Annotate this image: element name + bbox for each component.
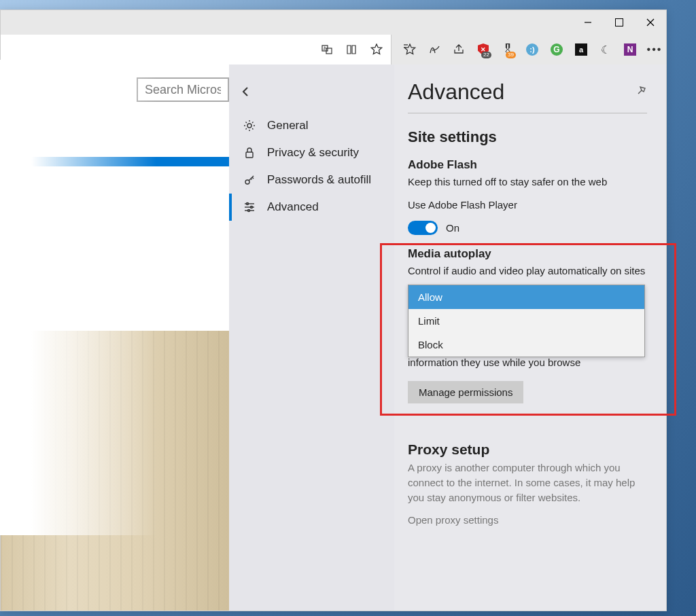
settings-sidebar: General Privacy & security Passwords & a… [229, 65, 394, 611]
settings-panel: General Privacy & security Passwords & a… [229, 65, 666, 611]
autoplay-title: Media autoplay [408, 247, 647, 261]
svg-text:あ: あ [323, 46, 327, 51]
svg-rect-9 [246, 152, 253, 158]
flash-toggle[interactable] [408, 221, 438, 235]
open-proxy-button[interactable]: Open proxy settings [408, 513, 647, 528]
autoplay-option-allow[interactable]: Allow [408, 285, 644, 309]
proxy-title: Proxy setup [408, 441, 647, 458]
sliders-icon [243, 200, 256, 214]
sidebar-item-label: Passwords & autofill [267, 173, 371, 187]
flash-desc: Keep this turned off to stay safer on th… [408, 175, 647, 189]
autoplay-select-open: Allow Limit Block [408, 285, 645, 357]
sidebar-item-advanced[interactable]: Advanced [229, 194, 394, 221]
sidebar-item-general[interactable]: General [229, 112, 394, 139]
more-icon[interactable]: ••• [648, 43, 661, 56]
section-site-settings: Site settings [408, 128, 647, 146]
autoplay-desc: Control if audio and video play automati… [408, 264, 647, 278]
page-content-background [1, 74, 229, 611]
browser-toolbar: あ ✕22 🎖39 :) G a ☾ N ••• [1, 35, 666, 65]
sidebar-item-label: General [267, 119, 308, 132]
sidebar-item-privacy[interactable]: Privacy & security [229, 139, 394, 166]
autoplay-option-limit[interactable]: Limit [408, 309, 644, 333]
sidebar-item-label: Privacy & security [267, 146, 359, 160]
sidebar-item-label: Advanced [267, 200, 319, 214]
svg-point-8 [247, 124, 251, 128]
website-perm-fragment: information they use while you browse [408, 355, 647, 370]
favorite-star-icon[interactable] [370, 43, 383, 56]
proxy-desc: A proxy is another computer through whic… [408, 460, 647, 505]
browser-window: あ ✕22 🎖39 :) G a ☾ N ••• [0, 10, 667, 611]
reading-view-icon[interactable] [346, 43, 358, 56]
manage-permissions-button[interactable]: Manage permissions [408, 381, 523, 403]
maximize-button[interactable] [604, 10, 635, 35]
flash-title: Adobe Flash [408, 158, 647, 172]
rewards-icon[interactable]: 🎖39 [502, 43, 514, 56]
minimize-button[interactable] [572, 10, 604, 35]
divider [408, 113, 647, 113]
maximize-icon [615, 18, 623, 26]
notes-icon[interactable] [428, 43, 440, 56]
key-icon [243, 173, 256, 187]
autoplay-option-block[interactable]: Block [408, 333, 644, 357]
page-wood-bg [1, 331, 229, 611]
settings-content: Advanced Site settings Adobe Flash Keep … [394, 65, 666, 611]
favorites-list-icon[interactable] [404, 43, 416, 56]
gear-icon [243, 119, 256, 132]
ghostery-icon[interactable]: :) [526, 43, 538, 56]
flash-toggle-label: Use Adobe Flash Player [408, 198, 647, 213]
address-bar[interactable]: あ [1, 35, 392, 65]
search-input[interactable] [137, 77, 229, 102]
grammarly-icon[interactable]: G [551, 43, 563, 56]
adblock-icon[interactable]: ✕22 [477, 43, 489, 56]
page-band [1, 157, 229, 166]
pin-button[interactable] [636, 85, 647, 98]
translate-icon[interactable]: あ [321, 43, 334, 56]
close-button[interactable] [635, 10, 666, 35]
back-button[interactable] [229, 86, 394, 112]
lock-icon [243, 146, 256, 160]
night-mode-icon[interactable]: ☾ [599, 43, 612, 56]
page-title: Advanced [408, 79, 647, 105]
sidebar-item-passwords[interactable]: Passwords & autofill [229, 166, 394, 194]
amazon-icon[interactable]: a [575, 43, 587, 56]
extension-toolbar: ✕22 🎖39 :) G a ☾ N ••• [392, 35, 661, 65]
titlebar [1, 10, 666, 35]
flash-toggle-state: On [446, 222, 459, 234]
share-icon[interactable] [453, 43, 465, 56]
onenote-icon[interactable]: N [624, 43, 636, 56]
